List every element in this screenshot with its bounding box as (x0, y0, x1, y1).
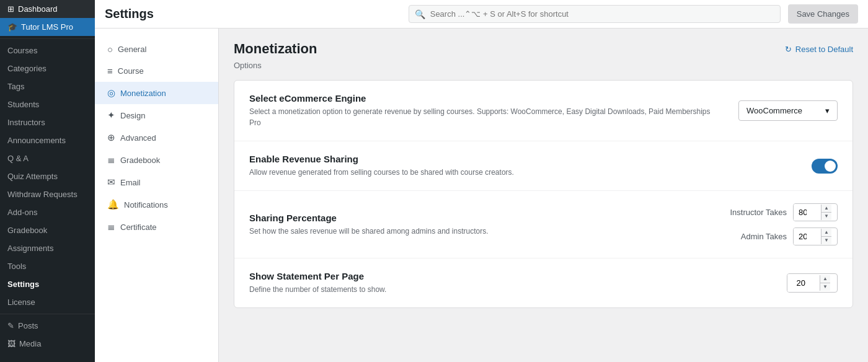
sharing-percentage-info: Sharing Percentage Set how the sales rev… (249, 213, 730, 237)
instructor-down-arrow[interactable]: ▼ (822, 213, 831, 220)
content-area: ○ General ≡ Course ◎ Monetization ✦ Desi… (95, 29, 868, 362)
sidebar-item-tools[interactable]: Tools (0, 257, 95, 275)
sidebar-item-settings[interactable]: Settings (0, 275, 95, 293)
search-container: 🔍 (409, 5, 781, 23)
nav-item-email[interactable]: ✉ Email (95, 171, 218, 193)
revenue-sharing-info: Enable Revenue Sharing Allow revenue gen… (249, 154, 812, 178)
course-icon: ≡ (107, 66, 113, 76)
sidebar-item-gradebook[interactable]: Gradebook (0, 221, 95, 239)
instructor-takes-spinner: ▲ ▼ (793, 203, 838, 221)
ecommerce-engine-title: Select eCommerce Engine (249, 93, 724, 104)
settings-content: Monetization ↻ Reset to Default Options … (219, 29, 868, 362)
nav-item-design[interactable]: ✦ Design (95, 104, 218, 126)
sidebar-item-instructors[interactable]: Instructors (0, 113, 95, 131)
certificate-icon: ≣ (107, 221, 115, 232)
admin-down-arrow[interactable]: ▼ (822, 237, 831, 244)
sidebar-item-categories[interactable]: Categories (0, 60, 95, 77)
statement-per-page-row: Show Statement Per Page Define the numbe… (234, 258, 852, 307)
monetization-icon: ◎ (107, 87, 115, 99)
dropdown-chevron-icon: ▾ (825, 106, 830, 115)
settings-nav: ○ General ≡ Course ◎ Monetization ✦ Desi… (95, 29, 219, 362)
nav-item-certificate[interactable]: ≣ Certificate (95, 216, 218, 238)
sidebar-item-media[interactable]: 🖼 Media (0, 335, 95, 353)
sidebar-item-assignments[interactable]: Assignments (0, 239, 95, 257)
sidebar-divider (0, 38, 95, 39)
nav-item-general[interactable]: ○ General (95, 38, 218, 60)
revenue-sharing-title: Enable Revenue Sharing (249, 154, 797, 164)
statement-arrows: ▲ ▼ (820, 275, 830, 291)
sidebar-item-courses[interactable]: Courses (0, 42, 95, 60)
nav-item-advanced[interactable]: ⊕ Advanced (95, 126, 218, 149)
revenue-sharing-toggle[interactable] (812, 159, 838, 174)
sidebar-item-announcements[interactable]: Announcements (0, 131, 95, 149)
reset-to-default-button[interactable]: ↻ Reset to Default (785, 45, 853, 54)
statement-per-page-desc: Define the number of statements to show. (249, 284, 772, 295)
statement-per-page-title: Show Statement Per Page (249, 271, 772, 281)
sharing-percentage-desc: Set how the sales revenue will be shared… (249, 226, 715, 237)
sidebar-item-license[interactable]: License (0, 293, 95, 311)
revenue-sharing-desc: Allow revenue generated from selling cou… (249, 167, 797, 178)
admin-takes-row: Admin Takes ▲ ▼ (741, 227, 838, 245)
instructor-takes-label: Instructor Takes (730, 208, 787, 217)
statement-down-arrow[interactable]: ▼ (820, 283, 830, 291)
nav-item-course[interactable]: ≡ Course (95, 60, 218, 82)
ecommerce-engine-dropdown[interactable]: WooCommerce ▾ (738, 100, 838, 121)
topbar: Settings 🔍 Save Changes (95, 0, 868, 29)
tutor-icon: 🎓 (7, 22, 17, 32)
design-icon: ✦ (107, 110, 115, 121)
nav-item-monetization[interactable]: ◎ Monetization (95, 82, 218, 104)
statement-per-page-info: Show Statement Per Page Define the numbe… (249, 271, 787, 295)
email-icon: ✉ (107, 177, 115, 188)
toggle-thumb (825, 161, 836, 172)
admin-takes-label: Admin Takes (741, 232, 787, 241)
dashboard-icon: ⊞ (7, 4, 14, 14)
sidebar-item-tutor-lms-pro[interactable]: 🎓 Tutor LMS Pro (0, 18, 95, 36)
notifications-icon: 🔔 (107, 199, 119, 210)
sharing-percentage-inputs: Instructor Takes ▲ ▼ Admin Takes (730, 203, 838, 245)
save-changes-button[interactable]: Save Changes (788, 4, 858, 24)
advanced-icon: ⊕ (107, 132, 115, 143)
sidebar-item-students[interactable]: Students (0, 95, 95, 113)
ecommerce-engine-info: Select eCommerce Engine Select a monetiz… (249, 93, 738, 128)
monetization-title: Monetization (234, 41, 317, 57)
admin-arrows: ▲ ▼ (821, 229, 831, 244)
main-area: Settings 🔍 Save Changes ○ General ≡ Cour… (95, 0, 868, 362)
posts-icon: ✎ (7, 321, 14, 330)
sidebar-item-posts[interactable]: ✎ Posts (0, 317, 95, 335)
settings-header: Monetization ↻ Reset to Default (234, 41, 853, 57)
statement-per-page-spinner: ▲ ▼ (787, 273, 838, 293)
statement-up-arrow[interactable]: ▲ (820, 275, 830, 283)
instructor-up-arrow[interactable]: ▲ (822, 205, 831, 213)
sidebar-item-add-ons[interactable]: Add-ons (0, 203, 95, 221)
search-input[interactable] (409, 5, 781, 23)
sidebar-item-dashboard[interactable]: ⊞ Dashboard (0, 0, 95, 18)
search-icon: 🔍 (415, 9, 425, 19)
monetization-card: Select eCommerce Engine Select a monetiz… (234, 80, 853, 308)
general-icon: ○ (107, 44, 113, 55)
revenue-sharing-row: Enable Revenue Sharing Allow revenue gen… (234, 141, 852, 191)
admin-up-arrow[interactable]: ▲ (822, 229, 831, 237)
instructor-arrows: ▲ ▼ (821, 205, 831, 220)
sidebar-item-qa[interactable]: Q & A (0, 149, 95, 167)
toggle-track (812, 159, 838, 174)
sidebar-divider-2 (0, 314, 95, 314)
ecommerce-engine-row: Select eCommerce Engine Select a monetiz… (234, 81, 852, 141)
nav-item-notifications[interactable]: 🔔 Notifications (95, 193, 218, 216)
admin-takes-spinner: ▲ ▼ (793, 227, 838, 245)
sharing-percentage-title: Sharing Percentage (249, 213, 715, 223)
sidebar-item-tags[interactable]: Tags (0, 77, 95, 95)
gradebook-icon: ≣ (107, 154, 115, 166)
page-title: Settings (105, 7, 154, 21)
instructor-takes-input[interactable] (794, 204, 821, 221)
instructor-takes-row: Instructor Takes ▲ ▼ (730, 203, 838, 221)
sidebar-item-quiz-attempts[interactable]: Quiz Attempts (0, 167, 95, 185)
nav-item-gradebook[interactable]: ≣ Gradebook (95, 149, 218, 171)
media-icon: 🖼 (7, 339, 16, 348)
sidebar: ⊞ Dashboard 🎓 Tutor LMS Pro Courses Cate… (0, 0, 95, 362)
ecommerce-engine-desc: Select a monetization option to generate… (249, 106, 724, 128)
admin-takes-input[interactable] (794, 228, 821, 245)
reset-icon: ↻ (785, 45, 792, 54)
options-label: Options (234, 61, 853, 70)
statement-per-page-input[interactable] (787, 274, 820, 292)
sidebar-item-withdraw-requests[interactable]: Withdraw Requests (0, 185, 95, 203)
